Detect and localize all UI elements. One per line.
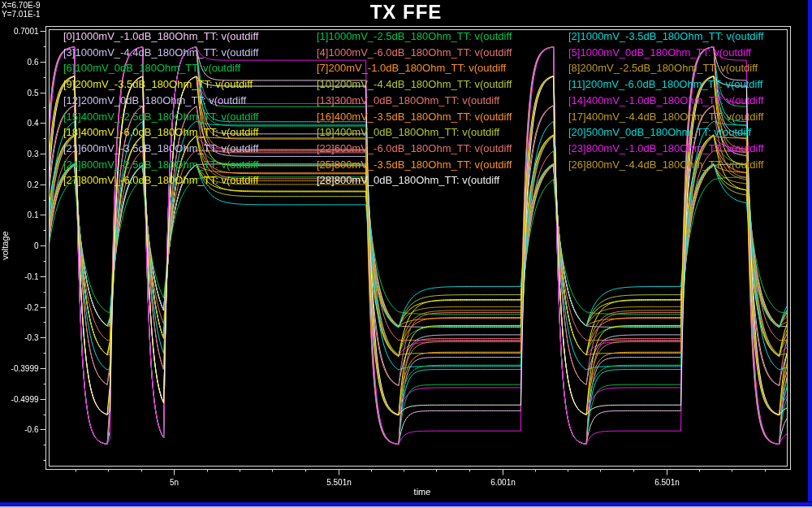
legend-entry[interactable]: [3]1000mV_-4.4dB_180Ohm_TT: v(outdiff <box>63 46 258 59</box>
legend-entry[interactable]: [15]400mV_-2.5dB_180Ohm_TT: v(outdiff <box>63 111 258 123</box>
legend-entry[interactable]: [10]200mV_-4.4dB_180Ohm_TT: v(outdiff <box>317 78 512 90</box>
legend-entry[interactable]: [24]800mV_-2.5dB_180Ohm_TT: v(outdiff <box>63 158 258 171</box>
legend-entry[interactable]: [2]1000mV_-3.5dB_180Ohm_TT: v(outdiff <box>568 30 763 42</box>
legend-entry[interactable]: [0]1000mV_-1.0dB_180Ohm_TT: v(outdiff <box>63 30 258 42</box>
legend-entry[interactable]: [7]200mV_-1.0dB_180Ohm_TT: v(outdiff <box>317 62 506 74</box>
legend-entry[interactable]: [28]800mV_0dB_180Ohm_TT: v(outdiff <box>317 174 499 186</box>
legend-entry[interactable]: [17]400mV_-4.4dB_180Ohm_TT: v(outdiff <box>568 111 763 123</box>
waveform-viewer-window: X=6.70E-9 Y=7.01E-1 TX FFE voltage time … <box>0 0 812 508</box>
legend-entry[interactable]: [5]1000mV_0dB_180Ohm_TT: v(outdiff <box>568 46 751 59</box>
taskbar-edge <box>0 501 812 508</box>
legend-entry[interactable]: [21]600mV_-3.5dB_180Ohm_TT: v(outdiff <box>63 142 258 154</box>
legend-entry[interactable]: [1]1000mV_-2.5dB_180Ohm_TT: v(outdiff <box>317 30 512 42</box>
legend-entry[interactable]: [12]200mV_0dB_180Ohm_TT: v(outdiff <box>63 94 246 106</box>
legend-entry[interactable]: [14]400mV_-1.0dB_180Ohm_TT: v(outdiff <box>568 94 763 106</box>
legend-entry[interactable]: [27]800mV_-6.0dB_180Ohm_TT: v(outdiff <box>63 174 258 186</box>
legend-entry[interactable]: [9]200mV_-3.5dB_180Ohm_TT: v(outdiff <box>63 78 253 90</box>
legend-entry[interactable]: [13]300mV_0dB_180Ohm_TT: v(outdiff <box>317 94 499 106</box>
legend-entry[interactable]: [4]1000mV_-6.0dB_180Ohm_TT: v(outdiff <box>317 46 512 59</box>
legend-entry[interactable]: [8]200mV_-2.5dB_180Ohm_TT: v(outdiff <box>568 62 758 74</box>
legend-entry[interactable]: [20]500mV_0dB_180Ohm_TT: v(outdiff <box>568 126 751 138</box>
legend-entry[interactable]: [6]100mV_0dB_180Ohm_TT: v(outdiff <box>63 62 240 74</box>
window-right-border <box>808 0 812 502</box>
legend-entry[interactable]: [11]200mV_-6.0dB_180Ohm_TT: v(outdiff <box>568 78 762 90</box>
x-axis-label: time <box>0 487 812 497</box>
legend-entry[interactable]: [26]800mV_-4.4dB_180Ohm_TT: v(outdiff <box>568 158 763 171</box>
legend-entry[interactable]: [25]800mV_-3.5dB_180Ohm_TT: v(outdiff <box>317 158 512 171</box>
y-axis-label: voltage <box>0 221 10 270</box>
legend-entry[interactable]: [19]400mV_0dB_180Ohm_TT: v(outdiff <box>317 126 499 138</box>
plot-title: TX FFE <box>0 1 812 24</box>
legend-entry[interactable]: [22]600mV_-6.0dB_180Ohm_TT: v(outdiff <box>317 142 512 154</box>
legend-entry[interactable]: [16]400mV_-3.5dB_180Ohm_TT: v(outdiff <box>317 111 512 123</box>
legend-entry[interactable]: [23]800mV_-1.0dB_180Ohm_TT: v(outdiff <box>568 142 763 154</box>
legend-entry[interactable]: [18]400mV_-6.0dB_180Ohm_TT: v(outdiff <box>63 126 258 138</box>
legend: [0]1000mV_-1.0dB_180Ohm_TT: v(outdiff[1]… <box>63 30 794 193</box>
